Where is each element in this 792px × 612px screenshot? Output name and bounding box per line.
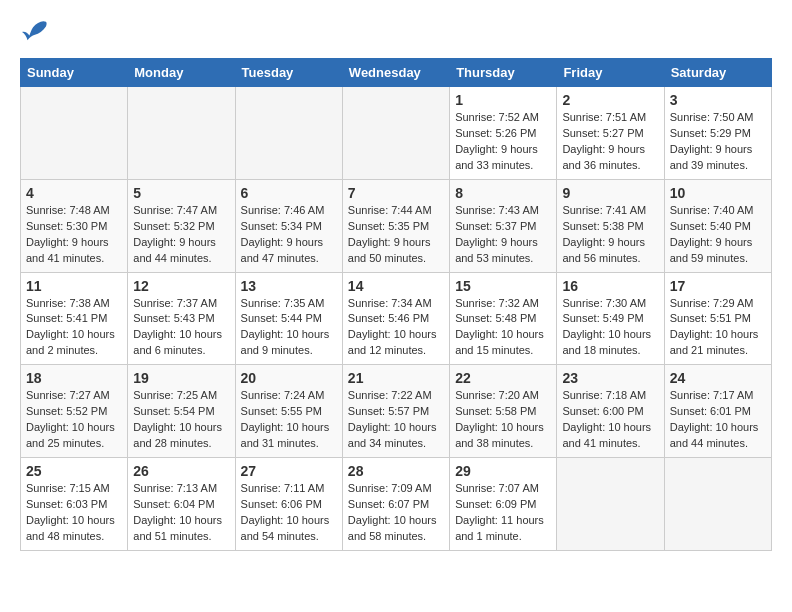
day-info: Sunrise: 7:07 AM Sunset: 6:09 PM Dayligh… — [455, 481, 551, 545]
day-number: 27 — [241, 463, 337, 479]
day-number: 7 — [348, 185, 444, 201]
day-number: 3 — [670, 92, 766, 108]
calendar-cell — [557, 458, 664, 551]
day-number: 20 — [241, 370, 337, 386]
day-info: Sunrise: 7:52 AM Sunset: 5:26 PM Dayligh… — [455, 110, 551, 174]
day-number: 12 — [133, 278, 229, 294]
calendar-cell: 5Sunrise: 7:47 AM Sunset: 5:32 PM Daylig… — [128, 179, 235, 272]
logo-bird-icon — [20, 20, 48, 42]
day-info: Sunrise: 7:41 AM Sunset: 5:38 PM Dayligh… — [562, 203, 658, 267]
day-number: 18 — [26, 370, 122, 386]
calendar-cell: 28Sunrise: 7:09 AM Sunset: 6:07 PM Dayli… — [342, 458, 449, 551]
column-header-thursday: Thursday — [450, 59, 557, 87]
day-number: 5 — [133, 185, 229, 201]
calendar-cell — [664, 458, 771, 551]
day-number: 14 — [348, 278, 444, 294]
day-info: Sunrise: 7:27 AM Sunset: 5:52 PM Dayligh… — [26, 388, 122, 452]
calendar-cell: 12Sunrise: 7:37 AM Sunset: 5:43 PM Dayli… — [128, 272, 235, 365]
day-number: 28 — [348, 463, 444, 479]
day-number: 6 — [241, 185, 337, 201]
day-info: Sunrise: 7:17 AM Sunset: 6:01 PM Dayligh… — [670, 388, 766, 452]
column-header-friday: Friday — [557, 59, 664, 87]
calendar-cell: 15Sunrise: 7:32 AM Sunset: 5:48 PM Dayli… — [450, 272, 557, 365]
calendar-cell: 14Sunrise: 7:34 AM Sunset: 5:46 PM Dayli… — [342, 272, 449, 365]
calendar-cell: 29Sunrise: 7:07 AM Sunset: 6:09 PM Dayli… — [450, 458, 557, 551]
calendar-cell: 2Sunrise: 7:51 AM Sunset: 5:27 PM Daylig… — [557, 87, 664, 180]
calendar-cell: 11Sunrise: 7:38 AM Sunset: 5:41 PM Dayli… — [21, 272, 128, 365]
day-info: Sunrise: 7:09 AM Sunset: 6:07 PM Dayligh… — [348, 481, 444, 545]
day-number: 19 — [133, 370, 229, 386]
calendar-table: SundayMondayTuesdayWednesdayThursdayFrid… — [20, 58, 772, 551]
calendar-cell: 6Sunrise: 7:46 AM Sunset: 5:34 PM Daylig… — [235, 179, 342, 272]
calendar-cell: 7Sunrise: 7:44 AM Sunset: 5:35 PM Daylig… — [342, 179, 449, 272]
column-header-tuesday: Tuesday — [235, 59, 342, 87]
calendar-cell: 16Sunrise: 7:30 AM Sunset: 5:49 PM Dayli… — [557, 272, 664, 365]
day-number: 13 — [241, 278, 337, 294]
day-number: 23 — [562, 370, 658, 386]
calendar-cell: 10Sunrise: 7:40 AM Sunset: 5:40 PM Dayli… — [664, 179, 771, 272]
logo — [20, 20, 56, 42]
day-info: Sunrise: 7:25 AM Sunset: 5:54 PM Dayligh… — [133, 388, 229, 452]
calendar-cell — [235, 87, 342, 180]
day-info: Sunrise: 7:22 AM Sunset: 5:57 PM Dayligh… — [348, 388, 444, 452]
day-info: Sunrise: 7:43 AM Sunset: 5:37 PM Dayligh… — [455, 203, 551, 267]
calendar-week-4: 25Sunrise: 7:15 AM Sunset: 6:03 PM Dayli… — [21, 458, 772, 551]
day-number: 15 — [455, 278, 551, 294]
calendar-cell: 3Sunrise: 7:50 AM Sunset: 5:29 PM Daylig… — [664, 87, 771, 180]
day-info: Sunrise: 7:34 AM Sunset: 5:46 PM Dayligh… — [348, 296, 444, 360]
day-number: 2 — [562, 92, 658, 108]
day-number: 22 — [455, 370, 551, 386]
day-number: 17 — [670, 278, 766, 294]
page-header — [20, 20, 772, 42]
calendar-week-2: 11Sunrise: 7:38 AM Sunset: 5:41 PM Dayli… — [21, 272, 772, 365]
calendar-cell: 4Sunrise: 7:48 AM Sunset: 5:30 PM Daylig… — [21, 179, 128, 272]
day-number: 21 — [348, 370, 444, 386]
calendar-cell: 20Sunrise: 7:24 AM Sunset: 5:55 PM Dayli… — [235, 365, 342, 458]
day-info: Sunrise: 7:24 AM Sunset: 5:55 PM Dayligh… — [241, 388, 337, 452]
column-header-sunday: Sunday — [21, 59, 128, 87]
day-info: Sunrise: 7:13 AM Sunset: 6:04 PM Dayligh… — [133, 481, 229, 545]
day-number: 8 — [455, 185, 551, 201]
day-number: 9 — [562, 185, 658, 201]
calendar-cell: 24Sunrise: 7:17 AM Sunset: 6:01 PM Dayli… — [664, 365, 771, 458]
day-number: 25 — [26, 463, 122, 479]
day-info: Sunrise: 7:32 AM Sunset: 5:48 PM Dayligh… — [455, 296, 551, 360]
calendar-cell: 21Sunrise: 7:22 AM Sunset: 5:57 PM Dayli… — [342, 365, 449, 458]
calendar-week-1: 4Sunrise: 7:48 AM Sunset: 5:30 PM Daylig… — [21, 179, 772, 272]
calendar-cell: 23Sunrise: 7:18 AM Sunset: 6:00 PM Dayli… — [557, 365, 664, 458]
calendar-cell: 18Sunrise: 7:27 AM Sunset: 5:52 PM Dayli… — [21, 365, 128, 458]
day-info: Sunrise: 7:20 AM Sunset: 5:58 PM Dayligh… — [455, 388, 551, 452]
calendar-cell: 26Sunrise: 7:13 AM Sunset: 6:04 PM Dayli… — [128, 458, 235, 551]
day-info: Sunrise: 7:40 AM Sunset: 5:40 PM Dayligh… — [670, 203, 766, 267]
day-info: Sunrise: 7:37 AM Sunset: 5:43 PM Dayligh… — [133, 296, 229, 360]
day-number: 16 — [562, 278, 658, 294]
day-info: Sunrise: 7:48 AM Sunset: 5:30 PM Dayligh… — [26, 203, 122, 267]
day-info: Sunrise: 7:29 AM Sunset: 5:51 PM Dayligh… — [670, 296, 766, 360]
calendar-cell: 9Sunrise: 7:41 AM Sunset: 5:38 PM Daylig… — [557, 179, 664, 272]
day-info: Sunrise: 7:47 AM Sunset: 5:32 PM Dayligh… — [133, 203, 229, 267]
day-number: 11 — [26, 278, 122, 294]
column-header-wednesday: Wednesday — [342, 59, 449, 87]
calendar-header: SundayMondayTuesdayWednesdayThursdayFrid… — [21, 59, 772, 87]
column-header-monday: Monday — [128, 59, 235, 87]
calendar-week-0: 1Sunrise: 7:52 AM Sunset: 5:26 PM Daylig… — [21, 87, 772, 180]
calendar-cell: 1Sunrise: 7:52 AM Sunset: 5:26 PM Daylig… — [450, 87, 557, 180]
day-info: Sunrise: 7:30 AM Sunset: 5:49 PM Dayligh… — [562, 296, 658, 360]
day-number: 26 — [133, 463, 229, 479]
day-info: Sunrise: 7:15 AM Sunset: 6:03 PM Dayligh… — [26, 481, 122, 545]
day-number: 10 — [670, 185, 766, 201]
day-info: Sunrise: 7:46 AM Sunset: 5:34 PM Dayligh… — [241, 203, 337, 267]
day-info: Sunrise: 7:11 AM Sunset: 6:06 PM Dayligh… — [241, 481, 337, 545]
calendar-week-3: 18Sunrise: 7:27 AM Sunset: 5:52 PM Dayli… — [21, 365, 772, 458]
day-info: Sunrise: 7:51 AM Sunset: 5:27 PM Dayligh… — [562, 110, 658, 174]
calendar-cell: 22Sunrise: 7:20 AM Sunset: 5:58 PM Dayli… — [450, 365, 557, 458]
column-header-saturday: Saturday — [664, 59, 771, 87]
calendar-cell: 27Sunrise: 7:11 AM Sunset: 6:06 PM Dayli… — [235, 458, 342, 551]
calendar-cell — [342, 87, 449, 180]
day-info: Sunrise: 7:35 AM Sunset: 5:44 PM Dayligh… — [241, 296, 337, 360]
calendar-cell: 19Sunrise: 7:25 AM Sunset: 5:54 PM Dayli… — [128, 365, 235, 458]
day-number: 4 — [26, 185, 122, 201]
day-number: 29 — [455, 463, 551, 479]
day-info: Sunrise: 7:50 AM Sunset: 5:29 PM Dayligh… — [670, 110, 766, 174]
day-info: Sunrise: 7:38 AM Sunset: 5:41 PM Dayligh… — [26, 296, 122, 360]
